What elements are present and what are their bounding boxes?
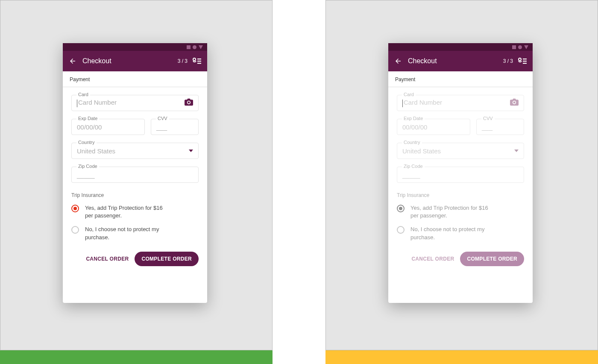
insurance-no-option[interactable]: No, I choose not to protect my purchase. <box>397 226 524 241</box>
page-title: Checkout <box>82 57 178 65</box>
exp-label: Exp Date <box>76 116 99 121</box>
country-label: Country <box>76 140 97 145</box>
svg-point-8 <box>518 45 522 49</box>
section-payment-header: Payment <box>63 71 207 87</box>
back-button[interactable] <box>69 57 76 65</box>
card-number-input[interactable]: Card Number <box>71 95 199 111</box>
rating-bar-warn <box>325 350 598 364</box>
scan-card-button[interactable] <box>185 98 193 108</box>
phone-mockup: Checkout 3 / 3 Payment <box>63 43 207 303</box>
card-number-input[interactable]: Card Number <box>397 95 524 111</box>
card-field: Card Card Number <box>71 95 199 111</box>
scan-card-button[interactable] <box>510 98 519 108</box>
payment-form: Card Card Number Exp Date 00/00/ <box>63 87 207 273</box>
step-indicator: 3 / 3 <box>503 58 513 64</box>
panel-gap <box>273 0 325 350</box>
cvv-field: CVV ___ <box>151 119 199 135</box>
card-placeholder: Card Number <box>78 99 117 106</box>
insurance-yes-option[interactable]: Yes, add Trip Protection for $16 per pas… <box>71 204 199 220</box>
section-payment-header: Payment <box>388 71 533 87</box>
cancel-button[interactable]: CANCEL ORDER <box>411 256 454 262</box>
cvv-input[interactable]: ___ <box>476 119 524 135</box>
svg-rect-5 <box>197 61 201 62</box>
radio-unselected-icon <box>71 226 79 234</box>
exp-date-input[interactable]: 00/00/00 <box>397 119 470 135</box>
back-button[interactable] <box>394 57 402 65</box>
cvv-input[interactable]: ___ <box>151 119 199 135</box>
svg-rect-12 <box>523 61 527 62</box>
queue-icon <box>518 58 527 65</box>
cvv-label: CVV <box>481 116 495 121</box>
status-triangle-icon <box>524 45 528 49</box>
svg-marker-2 <box>199 45 203 49</box>
card-label: Card <box>402 92 416 97</box>
exp-label: Exp Date <box>402 116 425 121</box>
insurance-yes-option[interactable]: Yes, add Trip Protection for $16 per pas… <box>397 204 524 220</box>
exp-date-field: Exp Date 00/00/00 <box>397 119 470 135</box>
payment-form: Card Card Number Exp Date 00/00/ <box>388 87 533 273</box>
card-placeholder: Card Number <box>404 99 442 106</box>
country-label: Country <box>402 140 422 145</box>
status-circle-icon <box>193 45 196 49</box>
zip-label: Zip Code <box>76 164 99 169</box>
zip-placeholder: _____ <box>402 171 420 179</box>
svg-rect-0 <box>187 45 191 49</box>
svg-rect-11 <box>523 59 527 59</box>
insurance-no-option[interactable]: No, I choose not to protect my purchase. <box>71 226 199 241</box>
status-circle-icon <box>518 45 522 49</box>
panel-muted: Checkout 3 / 3 Payment <box>325 0 598 350</box>
app-bar: Checkout 3 / 3 <box>388 51 533 71</box>
phone-mockup-muted: Checkout 3 / 3 Payment <box>388 43 533 303</box>
radio-unselected-icon <box>397 226 405 234</box>
insurance-no-text: No, I choose not to protect my purchase. <box>410 226 496 241</box>
svg-rect-4 <box>197 59 201 59</box>
status-square-icon <box>512 45 516 49</box>
zip-field: Zip Code _____ <box>397 167 524 183</box>
exp-placeholder: 00/00/00 <box>77 123 102 131</box>
exp-date-field: Exp Date 00/00/00 <box>71 119 145 135</box>
radio-selected-icon <box>71 205 79 212</box>
card-field: Card Card Number <box>397 95 524 111</box>
page-title: Checkout <box>408 57 503 65</box>
svg-point-1 <box>193 45 196 49</box>
exp-date-input[interactable]: 00/00/00 <box>71 119 145 135</box>
insurance-no-text: No, I choose not to protect my purchase. <box>85 226 170 241</box>
complete-button[interactable]: COMPLETE ORDER <box>460 252 524 266</box>
camera-icon <box>510 98 519 106</box>
country-select[interactable]: United States <box>397 143 524 159</box>
back-arrow-icon <box>69 57 76 65</box>
country-select[interactable]: United States <box>71 143 199 159</box>
status-triangle-icon <box>199 45 203 49</box>
complete-button[interactable]: COMPLETE ORDER <box>135 252 199 266</box>
panel-active: Checkout 3 / 3 Payment <box>0 0 273 350</box>
zip-field: Zip Code _____ <box>71 167 199 183</box>
camera-icon <box>185 98 193 106</box>
zip-label: Zip Code <box>402 164 425 169</box>
status-square-icon <box>187 45 191 49</box>
zip-input[interactable]: _____ <box>397 167 524 183</box>
step-indicator: 3 / 3 <box>178 58 188 64</box>
zip-placeholder: _____ <box>77 171 95 179</box>
queue-button[interactable] <box>193 58 201 65</box>
chevron-down-icon <box>189 150 193 152</box>
svg-rect-6 <box>197 63 201 64</box>
cancel-button[interactable]: CANCEL ORDER <box>86 256 129 262</box>
action-row: CANCEL ORDER COMPLETE ORDER <box>397 252 524 266</box>
cvv-placeholder: ___ <box>482 123 492 131</box>
svg-rect-13 <box>523 63 527 64</box>
country-value: United States <box>402 147 441 155</box>
status-bar <box>63 43 207 51</box>
svg-point-10 <box>519 58 521 61</box>
rating-bar-good <box>0 350 273 364</box>
chevron-down-icon <box>514 150 519 152</box>
back-arrow-icon <box>394 57 402 65</box>
country-value: United States <box>77 147 115 155</box>
rating-bars <box>0 350 598 364</box>
zip-input[interactable]: _____ <box>71 167 199 183</box>
queue-button[interactable] <box>518 58 527 65</box>
trip-insurance-label: Trip Insurance <box>397 192 524 198</box>
queue-icon <box>193 58 201 65</box>
app-bar: Checkout 3 / 3 <box>63 51 207 71</box>
country-field: Country United States <box>397 143 524 159</box>
cvv-field: CVV ___ <box>476 119 524 135</box>
